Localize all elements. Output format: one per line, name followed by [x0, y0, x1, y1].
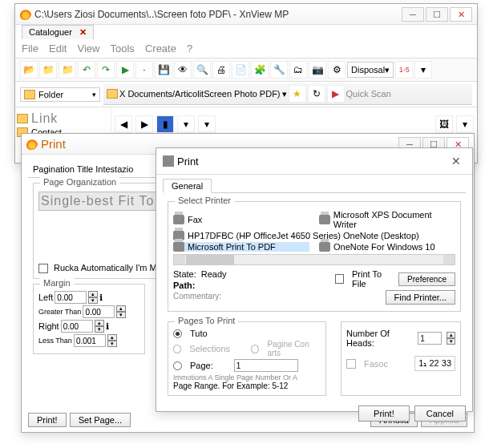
fasoc-checkbox[interactable] — [346, 359, 356, 369]
play-icon[interactable]: ▶ — [327, 85, 345, 103]
pagine-radio[interactable] — [251, 345, 259, 353]
set-page-button[interactable]: Set Page... — [70, 413, 131, 427]
view-icon[interactable]: ▾ — [198, 115, 216, 133]
tab-close-icon[interactable]: ✕ — [79, 27, 87, 37]
lt-input[interactable] — [74, 334, 106, 347]
path-text: X Documents/ArticolitScreen Photo PDF) — [119, 89, 281, 99]
next-icon[interactable]: ▶ — [135, 115, 153, 133]
sort-icon[interactable]: ▾ — [177, 115, 195, 133]
calendar-icon[interactable]: 1-5 — [395, 61, 413, 79]
close-button[interactable]: ✕ — [450, 7, 472, 22]
menu-create[interactable]: Create — [145, 42, 176, 54]
back-icon[interactable]: ↶ — [78, 61, 95, 79]
minimize-button[interactable]: ─ — [402, 7, 424, 22]
menu-view[interactable]: View — [77, 42, 99, 54]
gt-input[interactable] — [83, 305, 115, 318]
printer-scroll[interactable] — [173, 254, 455, 265]
spinner[interactable]: ▴▾ — [88, 291, 98, 304]
page-org-label: Page Organization — [40, 177, 119, 187]
spinner[interactable]: ▴▾ — [116, 305, 126, 318]
print-dialog-2: Print ✕ General Select Printer Fax Micro… — [156, 147, 473, 412]
margin-gt-field: Greater Than ▴▾ — [38, 305, 139, 318]
panel-icon[interactable]: ▾ — [456, 115, 474, 133]
chevron-down-icon: ▾ — [92, 91, 96, 99]
info-icon: ℹ — [106, 321, 109, 332]
print1-print-button[interactable]: Print! — [28, 413, 67, 427]
main-toolbar: 📂 📁 📁 ↶ ↷ ▶ · 💾 👁 🔍 🖨 📄 🧩 🔧 🗂 📷 ⚙ Dispos… — [15, 59, 477, 82]
menu-tools[interactable]: Tools — [111, 42, 135, 54]
menu-file[interactable]: File — [22, 42, 38, 54]
print-icon[interactable]: 🖨 — [212, 61, 230, 79]
cataloguer-tab[interactable]: Cataloguer ✕ — [22, 25, 94, 39]
printer-icon — [319, 242, 330, 252]
tool2-icon[interactable]: 🧩 — [251, 61, 269, 79]
num-heads-label: Number Of Heads: — [346, 329, 413, 348]
star-icon[interactable]: ★ — [289, 85, 306, 103]
menu-help[interactable]: ? — [187, 42, 192, 54]
printer-list[interactable]: Fax Microsoft XPS Document Writer HP17DF… — [173, 210, 455, 252]
print2-titlebar: Print ✕ — [156, 148, 472, 175]
page-input[interactable] — [234, 359, 298, 372]
printer-hp[interactable]: HP17DFBC (HP OfficeJet 4650 Series) OneN… — [173, 231, 455, 240]
find-printer-button[interactable]: Find Printer... — [386, 290, 455, 305]
commentary-label: Commentary: — [173, 292, 221, 301]
menu-edit[interactable]: Edit — [49, 42, 67, 54]
print-to-file-checkbox[interactable] — [335, 274, 344, 284]
selections-label: Selections — [189, 344, 230, 353]
disposal-combo[interactable]: Disposal ▾ — [347, 62, 394, 78]
rucka-checkbox[interactable] — [38, 264, 48, 273]
forward-icon[interactable]: ↷ — [97, 61, 115, 79]
play-icon[interactable]: ▶ — [116, 61, 134, 79]
pages-to-print-label: Pages To Print — [175, 316, 238, 325]
printer-mspdf[interactable]: Microsoft Print To PDF — [173, 242, 309, 252]
quick-scan-link[interactable]: Quick Scan — [346, 89, 391, 99]
imm-text: Immotions A Single Page Number Or A — [173, 373, 321, 381]
spinner[interactable]: ▴▾ — [107, 334, 117, 347]
folder-label: Folder — [38, 90, 63, 99]
pagination-tabs[interactable]: Pagination Title Intestazio — [33, 164, 133, 174]
folder-combo[interactable]: Folder ▾ — [20, 87, 100, 102]
spinner[interactable]: ▴▾ — [95, 320, 104, 333]
gear-icon[interactable]: ⚙ — [328, 61, 346, 79]
print2-print-button[interactable]: Print! — [358, 406, 410, 422]
tool4-icon[interactable]: 🗂 — [289, 61, 307, 79]
refresh-icon[interactable]: ↻ — [308, 85, 325, 103]
printer-icon — [173, 215, 184, 224]
printer-icon — [163, 155, 174, 167]
tuto-radio[interactable] — [173, 329, 182, 338]
printer-onenote[interactable]: OneNote For Windows 10 — [319, 242, 455, 252]
fit-combo[interactable]: Single-best Fit To P — [41, 194, 168, 208]
item-icon[interactable]: ▮ — [156, 115, 174, 133]
page-radio[interactable] — [173, 361, 182, 370]
prev-icon[interactable]: ◀ — [115, 115, 132, 133]
selections-radio[interactable] — [173, 345, 181, 353]
spinner[interactable]: ▴▾ — [447, 332, 455, 345]
printer-label: HP17DFBC (HP OfficeJet 4650 Series) OneN… — [188, 231, 419, 240]
open-icon[interactable]: 📂 — [20, 61, 38, 79]
find-icon[interactable]: 🔍 — [193, 61, 211, 79]
general-tab[interactable]: General — [163, 179, 212, 193]
left-input[interactable] — [55, 291, 87, 304]
printer-xps[interactable]: Microsoft XPS Document Writer — [319, 210, 455, 229]
cancel-button[interactable]: Cancel — [414, 406, 466, 422]
close-button[interactable]: ✕ — [447, 153, 466, 169]
folder-icon — [17, 114, 28, 123]
folder-new-icon[interactable]: 📁 — [39, 61, 57, 79]
printer-fax[interactable]: Fax — [173, 210, 309, 229]
preview-icon[interactable]: 🖼 — [435, 115, 453, 133]
preference-button[interactable]: Preference — [398, 272, 455, 286]
tool3-icon[interactable]: 🔧 — [270, 61, 288, 79]
main-titlebar: C:\Users Ziosi Documents\..\Screen foto … — [15, 4, 477, 25]
tool1-icon[interactable]: 📄 — [232, 61, 249, 79]
folder2-icon[interactable]: 📁 — [59, 61, 76, 79]
tool5-icon[interactable]: ▾ — [414, 61, 432, 79]
right-input[interactable] — [61, 320, 93, 333]
num-heads-input[interactable] — [418, 332, 442, 345]
maximize-button[interactable]: ☐ — [426, 7, 448, 22]
link-tree-item[interactable]: Link — [17, 111, 109, 127]
save-icon[interactable]: 💾 — [155, 61, 172, 79]
camera-icon[interactable]: 📷 — [309, 61, 326, 79]
printer-icon — [173, 242, 184, 252]
state-label: State: — [173, 269, 196, 279]
search-icon[interactable]: 👁 — [174, 61, 192, 79]
